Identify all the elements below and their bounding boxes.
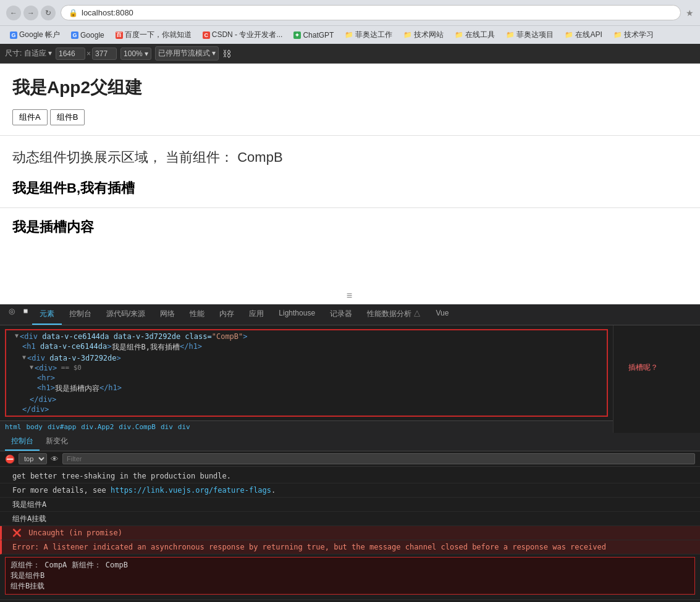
bookmark-label: 技术网站: [414, 30, 444, 40]
console-error-1: ❌ Uncaught (in promise): [0, 526, 700, 540]
refresh-button[interactable]: ↻: [41, 6, 56, 20]
console-level-select[interactable]: top: [19, 453, 47, 464]
bookmark-chatgpt[interactable]: ✦ ChatGPT: [290, 30, 337, 41]
bookmark-folder-2[interactable]: 📁 技术网站: [400, 28, 447, 41]
bookmark-folder-6[interactable]: 📁 技术学习: [610, 28, 657, 41]
bookmark-label: ChatGPT: [303, 31, 334, 40]
drag-handle[interactable]: ≡: [347, 290, 353, 301]
clear-console-icon[interactable]: ⛔: [5, 454, 15, 464]
error-text: Error: A listener indicated an asynchron…: [12, 543, 606, 551]
elements-tree: ▼ <div data-v-ce6144da data-v-3d7292de c…: [0, 325, 613, 420]
bookmark-label: 技术学习: [624, 30, 654, 40]
tab-application[interactable]: 应用: [242, 304, 271, 325]
height-input[interactable]: [92, 48, 117, 60]
bookmark-google[interactable]: G Google: [67, 30, 108, 41]
bookmark-label: 菲奥达工作: [355, 30, 392, 40]
boxed-log: 原组件： CompA 新组件： CompB 我是组件B 组件B挂载: [5, 557, 695, 595]
console-message-3: 我是组件A: [0, 498, 700, 512]
comp-b-title: 我是组件B,我有插槽: [12, 179, 688, 198]
tab-vue[interactable]: Vue: [428, 304, 456, 325]
tab-memory[interactable]: 内存: [212, 304, 242, 325]
tab-sources[interactable]: 源代码/来源: [99, 304, 153, 325]
tab-network[interactable]: 网络: [153, 304, 182, 325]
width-input[interactable]: [56, 48, 85, 60]
tag-close: </h1>: [99, 383, 122, 392]
folder-icon: 📁: [506, 31, 515, 39]
breadcrumb-html[interactable]: html: [5, 423, 22, 431]
bookmark-folder-3[interactable]: 📁 在线工具: [451, 28, 499, 41]
tab-new-change[interactable]: 新变化: [40, 433, 74, 451]
nav-buttons: ← → ↻: [6, 6, 56, 20]
tab-console-bottom[interactable]: 控制台: [5, 433, 40, 451]
bookmark-label: 在线API: [575, 30, 602, 40]
tab-lighthouse[interactable]: Lighthouse: [271, 304, 323, 325]
annotation-area: 插槽呢？: [614, 325, 700, 433]
bookmark-folder-5[interactable]: 📁 在线API: [561, 28, 605, 41]
text-content: 我是插槽内容: [55, 383, 99, 394]
bookmark-csdn[interactable]: C CSDN - 专业开发者...: [199, 28, 287, 41]
eye-icon[interactable]: 👁: [51, 454, 59, 464]
page-title: 我是App2父组建: [12, 76, 688, 99]
bookmark-star-icon[interactable]: ★: [686, 8, 694, 18]
elements-breadcrumb: html body div#app div.App2 div.CompB div…: [0, 420, 613, 433]
boxed-line-3: 组件B挂载: [11, 581, 689, 592]
comp-b-content: 我是组件B,我有插槽 我是插槽内容: [12, 179, 688, 236]
tag: <h1>: [37, 383, 55, 392]
tab-console[interactable]: 控制台: [62, 304, 99, 325]
dynamic-area: 动态组件切换展示区域， 当前组件： CompB 我是组件B,我有插槽 我是插槽内…: [12, 136, 688, 243]
breadcrumb-div2[interactable]: div: [178, 423, 190, 431]
comp-b-button[interactable]: 组件B: [50, 109, 85, 125]
tab-performance[interactable]: 性能: [182, 304, 212, 325]
inspect-icon[interactable]: ◎: [5, 304, 19, 318]
tab-recorder[interactable]: 记录器: [323, 304, 360, 325]
triangle-icon: ▼: [22, 354, 26, 361]
text-content: 我是组件B,我有插槽: [112, 342, 180, 353]
devtools-tab-bar: ◎ ◽ 元素 控制台 源代码/来源 网络 性能 内存 应用 Lighthouse…: [0, 304, 700, 325]
slot-question-annotation: 插槽呢？: [628, 362, 658, 373]
lock-icon: 🔒: [69, 9, 78, 17]
address-bar[interactable]: 🔒 localhost:8080: [61, 5, 681, 20]
csdn-icon: C: [203, 31, 210, 39]
console-message-4: 组件A挂载: [0, 512, 700, 526]
zoom-select: 100% ▾: [120, 48, 151, 60]
forward-button[interactable]: →: [23, 6, 38, 20]
bookmark-folder-1[interactable]: 📁 菲奥达工作: [341, 28, 396, 41]
attr-name: class=: [180, 332, 212, 341]
console-error-2: Error: A listener indicated an asynchron…: [0, 540, 700, 554]
message-text: 我是组件A: [12, 500, 46, 509]
cross-icon: ×: [86, 49, 91, 58]
message-text: get better tree-shaking in the productio…: [12, 472, 231, 480]
html-line-1: <h1 data-v-ce6144da > 我是组件B,我有插槽 </h1>: [7, 341, 605, 353]
tag: <div: [27, 354, 45, 362]
tab-elements[interactable]: 元素: [32, 304, 62, 325]
tab-perf-data[interactable]: 性能数据分析 △: [360, 304, 428, 325]
console-filter-input[interactable]: [62, 453, 695, 464]
attr-name: data-v-3d7292de: [109, 332, 181, 341]
url-text: localhost:8080: [82, 8, 673, 17]
breadcrumb-app[interactable]: div#app: [48, 423, 76, 431]
breadcrumb-body[interactable]: body: [27, 423, 43, 431]
breadcrumb-div1[interactable]: div: [161, 423, 173, 431]
slot-title: 我是插槽内容: [12, 218, 688, 236]
bookmark-folder-4[interactable]: 📁 菲奥达项目: [502, 28, 557, 41]
feature-flags-link[interactable]: https://link.vuejs.org/feature-flags: [111, 486, 271, 495]
comp-a-button[interactable]: 组件A: [12, 109, 48, 125]
tag: <hr>: [37, 374, 55, 382]
console-message-1: get better tree-shaking in the productio…: [0, 469, 700, 483]
component-button-row: 组件A 组件B: [12, 109, 688, 125]
bookmark-google-account[interactable]: G Google 帐户: [6, 28, 64, 41]
tag-close: </div>: [30, 395, 56, 404]
breadcrumb-compb[interactable]: div.CompB: [119, 423, 156, 431]
device-icon[interactable]: ◽: [19, 304, 32, 318]
bookmark-label: CSDN - 专业开发者...: [212, 30, 283, 40]
bookmark-baidu[interactable]: 百 百度一下，你就知道: [112, 28, 195, 41]
breadcrumb-app2[interactable]: div.App2: [81, 423, 114, 431]
triangle-icon: ▼: [15, 332, 19, 339]
console-toolbar: ⛔ top 👁: [0, 451, 700, 467]
selected-element-box: ▼ <div data-v-ce6144da data-v-3d7292de c…: [5, 329, 608, 417]
page-content: 我是App2父组建 组件A 组件B 动态组件切换展示区域， 当前组件： Comp…: [0, 64, 700, 304]
elements-panel-container: ▼ <div data-v-ce6144da data-v-3d7292de c…: [0, 325, 700, 433]
back-button[interactable]: ←: [6, 6, 21, 20]
html-line-5: <h1> 我是插槽内容 </h1>: [7, 383, 605, 395]
footer-bar: CSDN @肥仔哥哥1930: [0, 600, 700, 602]
